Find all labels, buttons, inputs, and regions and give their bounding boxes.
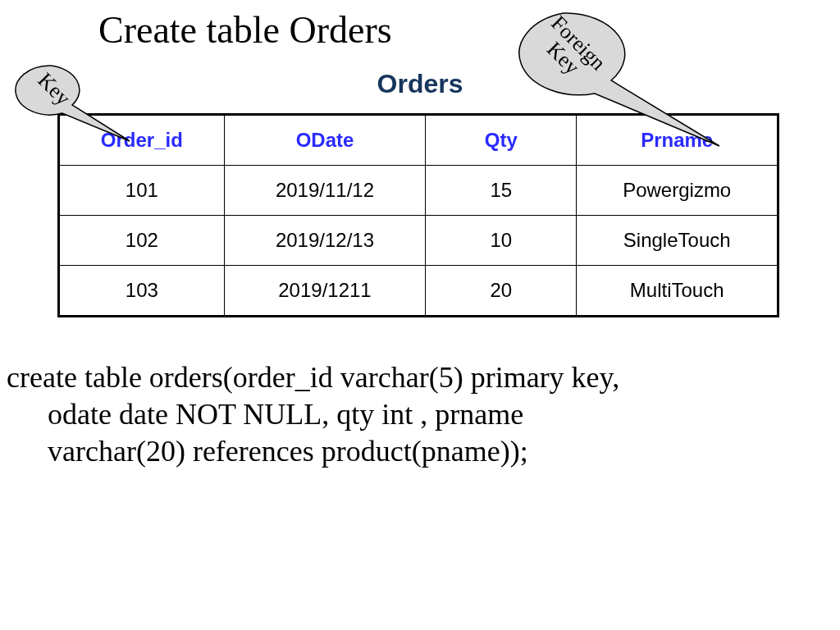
table-row: 102 2019/12/13 10 SingleTouch [59, 216, 778, 266]
sql-line-3: varchar(20) references product(pname)); [7, 433, 794, 470]
cell-date: 2019/12/13 [224, 216, 426, 266]
table-title: Orders [0, 69, 840, 99]
cell-id: 101 [59, 166, 225, 216]
cell-date: 2019/11/12 [224, 166, 426, 216]
header-qty: Qty [426, 115, 577, 166]
sql-statement: create table orders(order_id varchar(5) … [7, 359, 794, 470]
cell-name: MultiTouch [577, 266, 778, 317]
cell-qty: 15 [426, 166, 577, 216]
sql-line-1: create table orders(order_id varchar(5) … [7, 361, 619, 394]
cell-id: 102 [59, 216, 225, 266]
header-prname: Prname [577, 115, 778, 166]
table-header-row: Order_id ODate Qty Prname [59, 115, 778, 166]
header-odate: ODate [224, 115, 426, 166]
cell-name: Powergizmo [577, 166, 778, 216]
cell-name: SingleTouch [577, 216, 778, 266]
cell-date: 2019/1211 [224, 266, 426, 317]
table-row: 103 2019/1211 20 MultiTouch [59, 266, 778, 317]
slide-title: Create table Orders [98, 8, 392, 52]
sql-line-2: odate date NOT NULL, qty int , prname [7, 396, 794, 433]
orders-table: Order_id ODate Qty Prname 101 2019/11/12… [57, 113, 779, 317]
table-row: 101 2019/11/12 15 Powergizmo [59, 166, 778, 216]
cell-qty: 10 [426, 216, 577, 266]
header-order-id: Order_id [59, 115, 225, 166]
cell-qty: 20 [426, 266, 577, 317]
cell-id: 103 [59, 266, 225, 317]
